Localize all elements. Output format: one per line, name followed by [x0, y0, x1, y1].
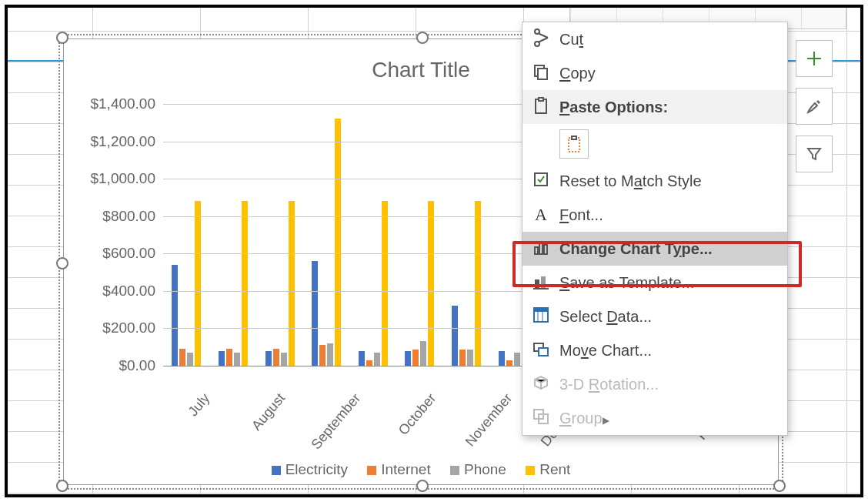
bar-electricity[interactable]: [405, 351, 411, 366]
plot-area[interactable]: $0.00$200.00$400.00$600.00$800.00$1,000.…: [75, 96, 536, 377]
chart-elements-button[interactable]: [796, 40, 833, 77]
menu-label: Move Chart...: [559, 342, 787, 360]
chart-styles-button[interactable]: [796, 88, 833, 125]
legend-swatch-rent: [526, 466, 535, 475]
bar-internet[interactable]: [319, 345, 326, 366]
menu-label: Select Data...: [559, 308, 787, 326]
bar-electricity[interactable]: [312, 261, 318, 366]
gridline: [163, 104, 536, 105]
y-axis-tick-label: $1,000.00: [75, 170, 155, 187]
bar-phone[interactable]: [420, 341, 426, 366]
select-data-icon: [532, 306, 550, 324]
resize-handle-n[interactable]: [416, 32, 429, 44]
menu-save-as-template[interactable]: Save as Template...: [522, 266, 787, 300]
menu-move-chart[interactable]: Move Chart...: [522, 333, 787, 367]
chart-legend[interactable]: Electricity Internet Phone Rent: [75, 461, 767, 478]
legend-item-internet[interactable]: Internet: [367, 461, 430, 478]
bar-cluster[interactable]: [163, 104, 210, 366]
bar-internet[interactable]: [366, 360, 372, 366]
save-template-icon: [532, 272, 550, 290]
bar-cluster[interactable]: [210, 104, 257, 366]
bar-electricity[interactable]: [172, 265, 178, 366]
bars-container: [163, 104, 536, 366]
bar-rent[interactable]: [242, 201, 248, 366]
gridline: [163, 328, 536, 329]
legend-item-electricity[interactable]: Electricity: [272, 461, 348, 478]
bar-cluster[interactable]: [350, 104, 397, 366]
clipboard-icon: [532, 96, 550, 115]
bar-internet[interactable]: [506, 360, 512, 366]
resize-handle-se[interactable]: [773, 480, 786, 492]
bar-internet[interactable]: [412, 350, 419, 366]
paste-option-default[interactable]: [559, 129, 589, 159]
menu-group: Group▶: [522, 401, 787, 435]
legend-label: Rent: [539, 461, 570, 477]
resize-handle-sw[interactable]: [56, 480, 68, 492]
legend-swatch-internet: [367, 466, 376, 475]
menu-cut[interactable]: Cut: [522, 22, 787, 56]
menu-copy[interactable]: Copy: [522, 56, 787, 90]
bar-electricity[interactable]: [452, 306, 458, 366]
bar-cluster[interactable]: [303, 104, 350, 366]
menu-label: Paste Options:: [559, 99, 787, 116]
resize-handle-nw[interactable]: [56, 32, 68, 44]
menu-label: Cut: [559, 31, 787, 49]
bar-electricity[interactable]: [219, 351, 225, 366]
bar-rent[interactable]: [428, 201, 434, 366]
menu-reset-to-match-style[interactable]: Reset to Match Style: [522, 164, 787, 198]
bar-rent[interactable]: [475, 201, 481, 366]
legend-item-rent[interactable]: Rent: [526, 461, 570, 478]
bar-rent[interactable]: [195, 201, 201, 366]
bar-rent[interactable]: [382, 201, 388, 366]
bar-phone[interactable]: [467, 350, 473, 366]
brush-icon: [805, 97, 823, 115]
bar-internet[interactable]: [179, 349, 185, 366]
menu-label: 3-D Rotation...: [559, 376, 787, 393]
menu-label: Reset to Match Style: [559, 172, 787, 190]
context-menu: Cut Copy Paste Options: Reset to Match S…: [522, 22, 788, 436]
font-a-icon: A: [535, 205, 547, 224]
scissors-icon: [532, 28, 550, 47]
bar-phone[interactable]: [514, 353, 520, 366]
gridline: [163, 216, 536, 217]
y-axis-tick-label: $600.00: [75, 245, 155, 262]
bar-cluster[interactable]: [443, 104, 490, 366]
y-axis-tick-label: $0.00: [75, 357, 155, 374]
bar-phone[interactable]: [327, 343, 333, 366]
resize-handle-w[interactable]: [56, 257, 68, 269]
bar-electricity[interactable]: [359, 351, 365, 366]
svg-rect-3: [539, 98, 543, 101]
cube-3d-icon: [532, 373, 550, 392]
bar-cluster[interactable]: [396, 104, 443, 366]
bar-phone[interactable]: [234, 353, 240, 366]
gridline: [163, 142, 536, 142]
copy-icon: [532, 62, 550, 81]
menu-change-chart-type[interactable]: Change Chart Type...: [522, 232, 787, 266]
bar-phone[interactable]: [374, 353, 380, 366]
y-axis-tick-label: $800.00: [75, 208, 155, 225]
group-icon: [532, 407, 550, 426]
bar-phone[interactable]: [187, 353, 193, 366]
chart-filters-button[interactable]: [796, 136, 833, 172]
bar-internet[interactable]: [226, 349, 232, 366]
resize-handle-s[interactable]: [416, 480, 429, 492]
move-chart-icon: [532, 340, 550, 358]
legend-label: Internet: [381, 461, 430, 477]
y-axis-tick-label: $1,400.00: [75, 95, 155, 112]
bar-rent[interactable]: [289, 201, 295, 366]
bar-electricity[interactable]: [265, 351, 272, 366]
menu-font[interactable]: A Font...: [522, 198, 787, 232]
menu-select-data[interactable]: Select Data...: [522, 300, 787, 333]
menu-label: Font...: [559, 206, 787, 224]
screenshot-frame: Chart Title $0.00$200.00$400.00$600.00$8…: [5, 5, 863, 497]
legend-item-phone[interactable]: Phone: [450, 461, 506, 478]
bar-cluster[interactable]: [256, 104, 303, 366]
bar-internet[interactable]: [459, 350, 466, 366]
bar-internet[interactable]: [273, 349, 279, 366]
svg-rect-1: [538, 69, 547, 79]
menu-label: Change Chart Type...: [559, 240, 787, 258]
bar-electricity[interactable]: [499, 351, 505, 366]
bar-phone[interactable]: [281, 353, 287, 366]
menu-label: Save as Template...: [559, 274, 787, 292]
paste-options-row: [522, 124, 787, 164]
